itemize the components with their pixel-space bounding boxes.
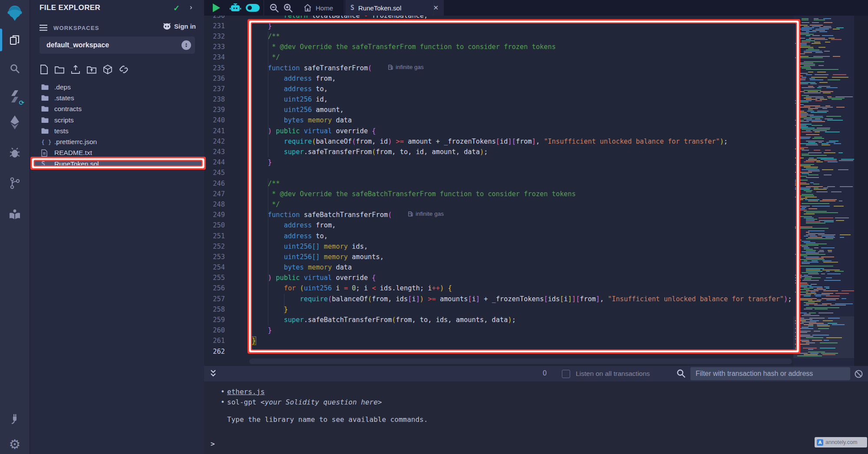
rail-item-deploy-and-run[interactable]: [0, 111, 30, 134]
code-content: return totalBalance - frozenBalance; } /…: [252, 16, 793, 357]
file-tree-item-readme-txt[interactable]: README.txt: [33, 148, 203, 158]
ai-copilot-toggle[interactable]: [246, 4, 260, 12]
file-tree-item-tests[interactable]: tests: [33, 125, 203, 136]
run-script-play-button[interactable]: [213, 3, 220, 12]
sidebar-rail: ⟳: [0, 0, 30, 454]
cube-icon[interactable]: [102, 64, 113, 75]
json-icon: { }: [41, 139, 54, 145]
file-tree-item-runetoken-sol[interactable]: SRuneToken.sol: [33, 158, 203, 169]
zoom-out-icon[interactable]: [269, 3, 279, 13]
file-tree-item-contracts[interactable]: contracts: [33, 104, 203, 115]
terminal-search-icon[interactable]: [677, 369, 686, 378]
tab-close-icon[interactable]: ✕: [433, 4, 439, 12]
upload-folder-icon[interactable]: [86, 64, 97, 75]
folder-icon: [41, 106, 54, 112]
code-line-252: uint256[] memory ids,: [252, 241, 793, 252]
workspace-stepper-icon[interactable]: ▲▼: [182, 40, 191, 50]
code-line-243: super.safeTransferFrom(from, to, id, amo…: [252, 147, 793, 157]
code-line-236: address from,: [252, 73, 793, 84]
rail-item-debugger[interactable]: [0, 141, 30, 164]
minimap[interactable]: [793, 16, 854, 366]
terminal-prompt[interactable]: >: [211, 440, 215, 448]
line-number: 256: [204, 283, 236, 293]
link-icon[interactable]: [119, 64, 129, 75]
workspace-name: default_workspace: [46, 41, 109, 49]
file-tree-item--deps[interactable]: .deps: [33, 82, 203, 92]
horizontal-scrollbar[interactable]: [249, 359, 792, 364]
ai-copilot-robot-icon[interactable]: [229, 2, 241, 13]
code-line-241: ) public virtual override {: [252, 126, 793, 136]
terminal-line-ethers: ethers.js: [227, 388, 265, 396]
listen-transactions-label: Listen on all transactions: [576, 370, 650, 378]
code-line-253: uint256[] memory amounts,: [252, 252, 793, 262]
code-editor[interactable]: 2302312322332342352362372382392402412422…: [204, 16, 868, 366]
terminal-help-text: Type the library name to see available c…: [227, 415, 428, 424]
code-line-249: function safeBatchTransferFrom(infinite …: [252, 210, 793, 220]
remix-logo-icon[interactable]: [0, 2, 30, 24]
file-tree: .deps.statescontractsscriptstests{ }.pre…: [33, 82, 203, 169]
search-icon: [9, 63, 20, 74]
code-line-246: /**: [252, 178, 793, 189]
code-line-245: [252, 168, 793, 178]
line-number: 250: [204, 220, 236, 230]
line-number: 261: [204, 336, 236, 346]
line-number: 259: [204, 315, 236, 325]
line-number: 247: [204, 189, 236, 199]
tab-home[interactable]: Home: [297, 0, 339, 16]
code-line-235: function safeTransferFrom(infinite gas: [252, 63, 793, 73]
new-folder-icon[interactable]: [54, 64, 65, 75]
file-tree-item--states[interactable]: .states: [33, 92, 203, 103]
rail-item-solidity-compiler[interactable]: ⟳: [0, 85, 30, 108]
gas-estimate-lens: infinite gas: [408, 211, 444, 217]
code-line-260: }: [252, 325, 793, 336]
code-line-251: address to,: [252, 231, 793, 241]
line-number: 258: [204, 304, 236, 315]
tab-runetoken-sol[interactable]: S RuneToken.sol ✕: [345, 0, 444, 16]
file-label: .states: [54, 94, 74, 102]
transaction-filter-input[interactable]: [690, 367, 850, 380]
editor-toolbar: Home S RuneToken.sol ✕: [204, 0, 868, 16]
code-line-244: }: [252, 157, 793, 168]
rail-item-search[interactable]: [0, 57, 30, 80]
code-line-231: }: [252, 21, 793, 31]
code-line-239: uint256 amount,: [252, 105, 793, 115]
file-label: .deps: [54, 83, 71, 91]
rail-item-documentation[interactable]: [0, 203, 30, 226]
code-line-238: uint256 id,: [252, 94, 793, 105]
listen-transactions-checkbox[interactable]: [562, 370, 570, 378]
file-tree-item-scripts[interactable]: scripts: [33, 115, 203, 125]
minimap-viewport[interactable]: [793, 316, 854, 358]
sign-in-button[interactable]: Sign in: [163, 23, 196, 30]
rail-item-plugin-manager[interactable]: [0, 407, 30, 430]
line-number: 240: [204, 115, 236, 125]
line-number: 251: [204, 231, 236, 241]
line-number: 246: [204, 178, 236, 189]
line-number: 242: [204, 136, 236, 147]
file-label: contracts: [54, 105, 82, 113]
line-number: 260: [204, 325, 236, 336]
code-line-233: * @dev Override the safeTransferFrom fun…: [252, 42, 793, 52]
workspace-select[interactable]: default_workspace ▲▼: [40, 36, 195, 54]
file-tree-item--prettierrc-json[interactable]: { }.prettierrc.json: [33, 136, 203, 147]
code-line-256: for (uint256 i = 0; i < ids.length; i++)…: [252, 283, 793, 293]
code-line-261: }: [252, 336, 793, 346]
rail-item-settings[interactable]: ⚙: [0, 433, 30, 454]
home-icon: [304, 4, 312, 12]
code-line-254: bytes memory data: [252, 262, 793, 273]
new-file-icon[interactable]: [40, 64, 49, 75]
ethers-js-link[interactable]: ethers.js: [227, 388, 265, 396]
expand-terminal-icon[interactable]: [209, 369, 217, 378]
zoom-in-icon[interactable]: [283, 3, 293, 13]
hamburger-menu-icon[interactable]: [40, 25, 47, 31]
rail-item-file-explorer[interactable]: [0, 29, 30, 51]
upload-file-icon[interactable]: [70, 64, 81, 75]
code-line-247: * @dev Override the safeBatchTransferFro…: [252, 189, 793, 199]
clear-console-ban-icon[interactable]: [854, 369, 863, 378]
collapse-chevron-icon[interactable]: ›: [190, 3, 192, 12]
line-number: 234: [204, 52, 236, 63]
code-line-234: */: [252, 52, 793, 63]
line-number: 243: [204, 147, 236, 157]
rail-item-source-control[interactable]: [0, 172, 30, 194]
vertical-scrollbar[interactable]: [854, 16, 868, 366]
folder-icon: [41, 95, 54, 101]
